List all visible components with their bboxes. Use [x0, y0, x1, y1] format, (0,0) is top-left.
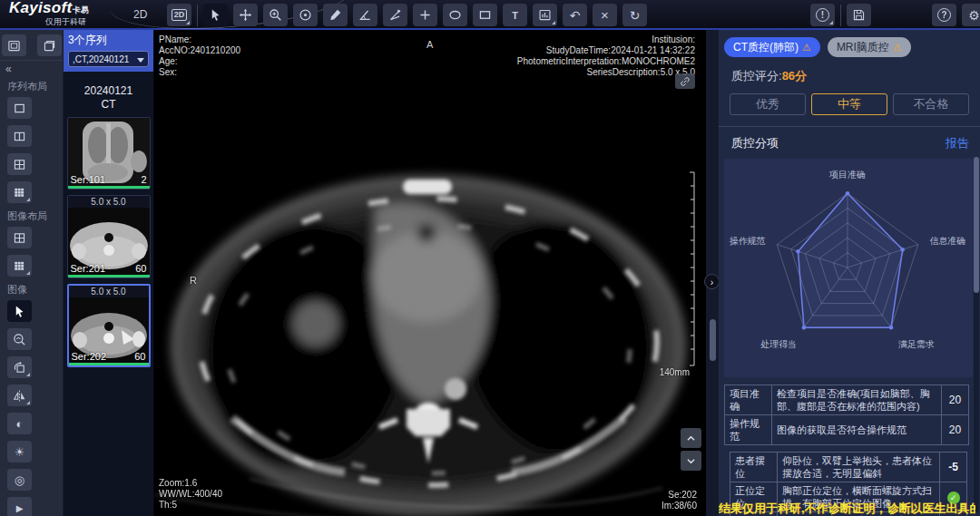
angle-tool-button[interactable]	[353, 4, 377, 26]
cobb-angle-icon	[388, 8, 402, 22]
sidebar-top-buttons	[0, 30, 63, 61]
series-layout-grid	[0, 94, 63, 207]
layout-1x1-button[interactable]	[7, 97, 32, 119]
slice-down-button[interactable]	[681, 451, 701, 471]
image-magnify-button[interactable]	[7, 328, 32, 350]
invert-button[interactable]: ◐	[7, 413, 32, 434]
grade-medium-button[interactable]: 中等	[811, 93, 887, 115]
thumbnail-status-bar	[68, 275, 150, 277]
criterion-score: 20	[942, 415, 969, 445]
image-index: Im:38/60	[662, 501, 697, 511]
patient-info-overlay: PName: AccNO:2401210200 Age: Sex:	[159, 34, 240, 78]
crosshair-tool-button[interactable]	[413, 4, 437, 26]
score-value: 86分	[782, 69, 807, 83]
layout-3x3-button[interactable]	[7, 181, 32, 203]
study-select[interactable]: ,CT,20240121	[68, 51, 149, 67]
expand-panel-button[interactable]: ›	[704, 274, 720, 289]
tool-sidebar: « 序列布局 图像布局 图像 ◐ ☀ ◎ ▶ 其他工具 + × ↻ 定位线 ✓ …	[0, 30, 64, 516]
orientation-anterior: A	[426, 39, 433, 50]
slice-up-button[interactable]	[681, 428, 701, 448]
warning-icon: ⚠	[893, 42, 902, 54]
grade-excellent-button[interactable]: 优秀	[730, 93, 806, 115]
gear-icon: ⚙	[968, 8, 980, 23]
grade-fail-button[interactable]: 不合格	[893, 93, 969, 115]
link-icon	[680, 76, 691, 87]
target-button[interactable]: ◎	[7, 469, 32, 491]
image-pointer-button[interactable]	[7, 300, 32, 322]
slice-scrollbar[interactable]	[710, 319, 716, 361]
criterion-desc: 检查项目是否准确(项目如脑部、胸部、腹部是否在标准的范围内容)	[772, 385, 942, 415]
criterion-desc: 仰卧位，双臂上举抱头，患者体位摆放合适，无明显偏斜	[778, 453, 940, 482]
image-count: 60	[134, 351, 145, 362]
series-thumbnail-202[interactable]: 5.0 x 5.0 Ser:202 60	[67, 284, 151, 367]
image-rotate-button[interactable]	[7, 356, 32, 378]
layout-1x2-button[interactable]	[7, 125, 32, 147]
reset-button[interactable]: ↻	[622, 4, 647, 26]
delete-annotation-button[interactable]: ×	[593, 4, 617, 26]
image-flip-button[interactable]	[7, 385, 32, 406]
invert-icon: ◐	[16, 417, 24, 431]
viewer-layout-button[interactable]	[2, 34, 26, 56]
target-icon: ◎	[15, 473, 24, 487]
study-datetime: StudyDateTime:2024-01-21 14:32:22	[517, 45, 695, 56]
thumbnail-status-bar	[69, 363, 149, 365]
pan-tool-button[interactable]	[233, 4, 258, 26]
info-icon: !	[816, 8, 829, 22]
settings-button[interactable]: ⚙	[962, 4, 980, 26]
rect-roi-button[interactable]	[473, 4, 497, 26]
grid-3x3-icon	[13, 186, 26, 200]
measure-tool-button[interactable]	[323, 4, 348, 26]
save-button[interactable]	[847, 4, 871, 26]
magnifier-icon	[13, 333, 26, 346]
series-thumbnail-201[interactable]: 5.0 x 5.0 Ser:201 60	[67, 195, 151, 278]
window-preset-button[interactable]	[533, 4, 557, 26]
patient-sex: Sex:	[159, 67, 240, 78]
image-viewport[interactable]: PName: AccNO:2401210200 Age: Sex: A R In…	[154, 30, 706, 516]
pointer-icon	[13, 305, 26, 318]
cobb-angle-tool-button[interactable]	[383, 4, 407, 26]
image-layout-2x2-button[interactable]	[7, 227, 32, 248]
criterion-name: 患者摆位	[730, 453, 778, 482]
help-button[interactable]: ?	[932, 4, 956, 26]
link-series-button[interactable]	[675, 73, 695, 89]
grade-options: 优秀 中等 不合格	[719, 84, 980, 115]
tab-ct-qc[interactable]: CT质控(肺部)⚠	[724, 37, 820, 57]
series-thumbnail-101[interactable]: Ser:101 2	[67, 117, 151, 190]
panel-copy-icon	[43, 39, 56, 53]
patient-name: PName:	[159, 34, 240, 45]
toolbar-separator	[197, 5, 198, 26]
series-panel-toggle-button[interactable]	[37, 34, 62, 56]
rotate-icon	[13, 361, 26, 375]
report-link[interactable]: 报告	[946, 135, 969, 151]
tab-mri-qc[interactable]: MRI脑质控⚠	[828, 37, 911, 57]
undo-button[interactable]: ↶	[563, 4, 587, 26]
cine-play-button[interactable]: ▶	[7, 497, 32, 516]
thumbnail-header: 5.0 x 5.0	[69, 286, 149, 297]
layout-2x2-button[interactable]	[7, 153, 32, 175]
probe-tool-button[interactable]	[293, 4, 318, 26]
layout-2d-button[interactable]: 2D	[167, 4, 191, 26]
series-header: 3个序列 ,CT,20240121	[64, 30, 153, 72]
brightness-button[interactable]: ☀	[7, 441, 32, 462]
ellipse-icon	[448, 8, 462, 22]
radar-chart-card: 项目准确信息准确满足需求处理得当操作规范	[724, 159, 973, 377]
move-icon	[239, 8, 252, 22]
image-layout-3x3-button[interactable]	[7, 255, 32, 277]
slice-stepper	[681, 428, 701, 471]
floppy-icon	[852, 8, 866, 22]
qc-panel-scrollbar[interactable]	[974, 157, 979, 512]
qc-panel: CT质控(肺部)⚠ MRI脑质控⚠ 质控评分:86分 优秀 中等 不合格 质控分…	[719, 30, 980, 516]
grid-3x3-icon	[13, 259, 26, 273]
collapse-sidebar-button[interactable]: «	[0, 61, 17, 77]
probe-icon	[299, 8, 312, 22]
zoom-tool-button[interactable]	[263, 4, 288, 26]
ellipse-roi-button[interactable]	[443, 4, 467, 26]
brightness-icon: ☀	[15, 445, 25, 459]
scrollbar-thumb[interactable]	[974, 157, 979, 293]
qc-score: 质控评分:86分	[719, 57, 980, 84]
flip-icon	[13, 389, 26, 403]
pointer-tool-button[interactable]	[203, 4, 228, 26]
series-panel: 3个序列 ,CT,20240121 20240121 CT Ser:101 2 …	[64, 30, 154, 516]
text-annotation-button[interactable]: T	[503, 4, 527, 26]
info-button[interactable]: !	[810, 4, 835, 26]
